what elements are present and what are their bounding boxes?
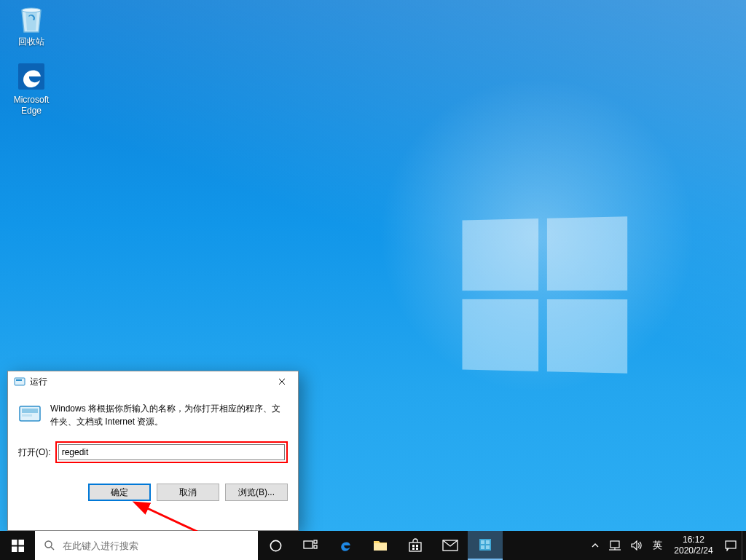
search-icon	[44, 540, 55, 551]
tray-chevron-up[interactable]	[586, 531, 604, 560]
taskbar: 英 16:12 2020/2/24	[0, 531, 746, 560]
run-dialog-title: 运行	[30, 376, 47, 388]
taskbar-app-cortana[interactable]	[258, 531, 293, 560]
chevron-up-icon	[592, 543, 599, 548]
svg-rect-28	[481, 545, 484, 549]
cancel-button[interactable]: 取消	[157, 484, 219, 501]
svg-rect-18	[374, 543, 387, 551]
svg-rect-16	[314, 540, 317, 543]
svg-rect-23	[416, 548, 418, 550]
svg-rect-20	[412, 545, 415, 547]
clock-date: 2020/2/24	[674, 545, 712, 556]
cortana-icon	[269, 539, 283, 553]
ime-indicator: 英	[653, 539, 662, 552]
tray-network[interactable]	[604, 531, 626, 560]
svg-point-12	[45, 541, 52, 548]
network-icon	[609, 540, 621, 551]
tray-clock[interactable]: 16:12 2020/2/24	[667, 531, 720, 560]
svg-rect-9	[18, 540, 24, 545]
search-input[interactable]	[63, 540, 249, 551]
svg-rect-26	[481, 540, 484, 544]
tray-volume[interactable]	[626, 531, 648, 560]
taskbar-app-file-explorer[interactable]	[363, 531, 398, 560]
svg-point-0	[22, 8, 41, 12]
svg-rect-6	[22, 414, 32, 417]
edge-icon	[16, 61, 47, 92]
close-icon	[278, 378, 286, 385]
svg-rect-17	[314, 545, 317, 548]
svg-rect-8	[12, 540, 17, 545]
taskbar-app-task-view[interactable]	[293, 531, 328, 560]
regedit-icon	[478, 537, 492, 552]
start-button[interactable]	[0, 531, 35, 560]
svg-rect-3	[16, 379, 22, 381]
show-desktop-button[interactable]	[742, 531, 746, 560]
run-dialog-description: Windows 将根据你所输入的名称，为你打开相应的程序、文件夹、文档或 Int…	[50, 402, 288, 428]
svg-line-13	[51, 547, 54, 550]
svg-rect-22	[412, 548, 415, 550]
file-explorer-icon	[373, 539, 388, 552]
close-button[interactable]	[266, 371, 298, 392]
taskbar-app-mail[interactable]	[433, 531, 468, 560]
svg-rect-33	[726, 541, 736, 548]
svg-rect-21	[416, 545, 418, 547]
desktop-icon-edge[interactable]: Microsoft Edge	[4, 61, 58, 116]
svg-point-14	[270, 540, 280, 551]
ok-button[interactable]: 确定	[88, 484, 151, 501]
run-open-input[interactable]	[58, 444, 285, 460]
run-open-highlight	[55, 441, 288, 463]
desktop-icon-recycle-bin[interactable]: 回收站	[4, 3, 58, 47]
run-body-icon	[18, 402, 42, 425]
recycle-bin-icon	[16, 3, 47, 33]
svg-rect-27	[486, 540, 490, 544]
taskbar-search[interactable]	[35, 531, 258, 560]
svg-rect-2	[15, 378, 25, 385]
svg-rect-10	[12, 546, 17, 552]
svg-rect-5	[22, 409, 38, 413]
clock-time: 16:12	[683, 535, 704, 545]
svg-rect-30	[610, 541, 619, 548]
windows-logo-graphic	[463, 216, 628, 373]
desktop-icon-label: Microsoft Edge	[14, 95, 50, 116]
run-dialog-icon	[14, 376, 25, 387]
task-view-icon	[303, 540, 318, 551]
taskbar-app-store[interactable]	[398, 531, 433, 560]
svg-rect-11	[18, 546, 24, 552]
volume-icon	[631, 540, 643, 551]
store-icon	[408, 538, 423, 553]
action-center-icon	[725, 540, 737, 551]
tray-action-center[interactable]	[720, 531, 742, 560]
run-open-label: 打开(O):	[18, 446, 51, 459]
svg-rect-19	[409, 543, 421, 551]
edge-icon	[337, 537, 353, 553]
tray-ime[interactable]: 英	[648, 531, 667, 560]
browse-button[interactable]: 浏览(B)...	[225, 484, 288, 501]
taskbar-tray: 英 16:12 2020/2/24	[586, 531, 746, 560]
taskbar-app-edge[interactable]	[328, 531, 363, 560]
taskbar-app-regedit[interactable]	[468, 531, 503, 560]
mail-icon	[442, 540, 458, 551]
svg-rect-29	[486, 545, 490, 549]
taskbar-apps	[258, 531, 503, 560]
windows-logo-icon	[12, 540, 24, 552]
svg-rect-15	[304, 541, 313, 548]
run-dialog: 运行 Windows 将根据你所输入的名称，为你打开相应的程序、文件夹、文档或 …	[7, 371, 299, 531]
desktop-icons: 回收站 Microsoft Edge	[4, 3, 63, 130]
desktop-icon-label: 回收站	[18, 36, 44, 47]
run-dialog-titlebar[interactable]: 运行	[8, 371, 298, 392]
